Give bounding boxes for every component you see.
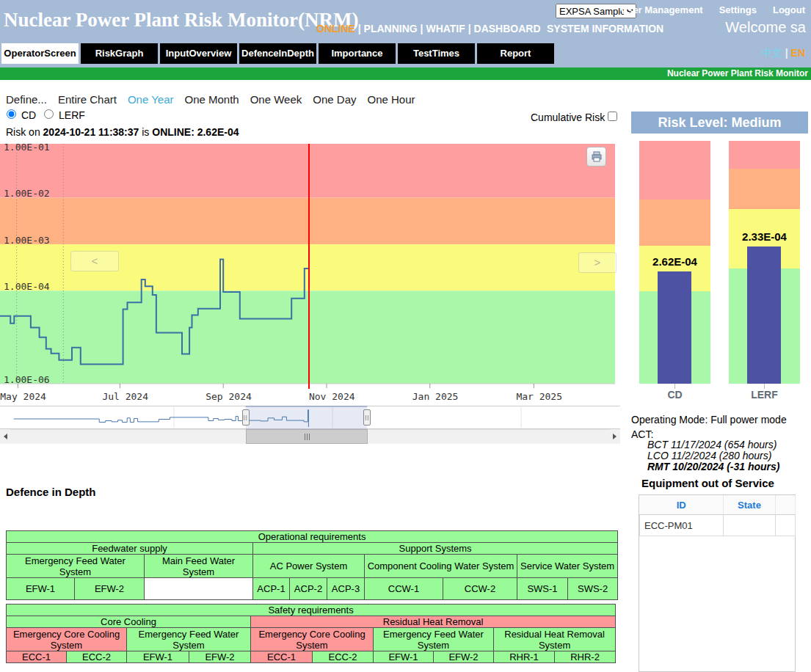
tab-importance[interactable]: Importance [319, 43, 396, 64]
lang-en-link[interactable]: EN [791, 47, 805, 59]
equipment-column-header[interactable]: ID [640, 495, 724, 515]
tab-defenceindepth[interactable]: DefenceInDepth [239, 43, 316, 64]
metric-radio-group: CD LERF [3, 107, 90, 121]
x-tick-label: Mar 2025 [516, 391, 562, 402]
menu-item-planning[interactable]: PLANNING [364, 23, 418, 34]
navigator-selected-range[interactable] [246, 406, 368, 429]
metric-option-cd: CD [3, 109, 36, 121]
did-cell-main-feed-water-system: Main Feed Water System [145, 555, 253, 578]
risk-caption-datetime: 2024-10-21 11:38:37 [43, 126, 139, 138]
did-cell-emergency-core-cooling-system: Emergency Core Cooling System [251, 628, 374, 651]
risk-level-banner: Risk Level: Medium [631, 112, 808, 134]
cumulative-risk-control: Cumulative Risk [531, 109, 619, 123]
did-cell-efw-1: EFW-1 [374, 651, 434, 663]
act-item: BCT 11/17/2024 (654 hours) [647, 439, 780, 450]
print-chart-button[interactable] [586, 147, 606, 167]
scrollbar-left-arrow[interactable] [0, 429, 10, 444]
tab-inputoverview[interactable]: InputOverview [160, 43, 237, 64]
lang-zh-link[interactable]: 中文 [762, 47, 782, 59]
operational-requirements-table: Operational requirementsFeedwater supply… [6, 530, 618, 600]
welcome-user-label: Welcome sa [725, 19, 806, 36]
did-row: Operational requirements [7, 531, 618, 543]
top-link-user-management[interactable]: User Management [621, 4, 703, 15]
act-item: LCO 11/2/2024 (280 hours) [647, 450, 780, 461]
chart-scroll-left-button[interactable]: < [70, 251, 119, 271]
gauge-bar-lerf [747, 246, 781, 384]
range-link-one-year[interactable]: One Year [128, 93, 174, 106]
chart-scroll-right-button[interactable]: > [578, 252, 617, 273]
risk-caption-prefix: Risk on [6, 126, 43, 138]
x-tick-label: May 2024 [0, 391, 46, 402]
language-switch: 中文 | EN [762, 47, 805, 60]
did-cell-emergency-feed-water-system: Emergency Feed Water System [127, 628, 251, 651]
operator-screen-page: Nuclear Power Plant Risk Monitor(NRM) EX… [0, 0, 811, 672]
chart-navigator[interactable] [0, 406, 620, 429]
did-cell-ac-power-system: AC Power System [253, 555, 365, 578]
equipment-cell [776, 515, 796, 536]
scrollbar-right-arrow[interactable] [610, 429, 620, 444]
tab-report[interactable]: Report [477, 43, 554, 64]
did-cell-safety-requirements: Safety requirements [7, 605, 616, 616]
y-tick-label: 1.00E-06 [4, 374, 50, 385]
menu-separator: | [418, 23, 426, 34]
did-cell-ecc-1: ECC-1 [7, 651, 67, 663]
equipment-column-header[interactable]: State [724, 495, 776, 515]
did-cell-ecc-2: ECC-2 [313, 651, 374, 663]
gauge-label-cd: CD [639, 389, 710, 401]
risk-caption: Risk on 2024-10-21 11:38:37 is ONLINE: 2… [6, 126, 239, 138]
did-cell-acp-2: ACP-2 [290, 578, 327, 600]
did-cell-residual-heat-removal: Residual Heat Removal [251, 616, 616, 628]
did-cell-emergency-core-cooling-system: Emergency Core Cooling System [7, 628, 127, 651]
range-link-one-hour[interactable]: One Hour [368, 93, 415, 106]
range-link-one-week[interactable]: One Week [250, 93, 302, 106]
range-link-define[interactable]: Define... [6, 93, 47, 106]
scrollbar-thumb[interactable] [246, 429, 368, 444]
did-row: Safety requirements [7, 605, 616, 616]
lang-separator: | [782, 47, 791, 59]
y-tick-label: 1.00E-03 [4, 235, 50, 246]
defence-in-depth-heading: Defence in Depth [6, 486, 96, 498]
equipment-column-header[interactable] [776, 495, 796, 515]
printer-icon [591, 151, 603, 162]
did-cell-emergency-feed-water-system: Emergency Feed Water System [374, 628, 494, 651]
menu-separator: | [355, 23, 364, 34]
menu-item-dashboard[interactable]: DASHBOARD [474, 23, 541, 34]
x-tick-label: Sep 2024 [206, 391, 252, 402]
tab-operatorscreen[interactable]: OperatorScreen [1, 43, 79, 64]
range-link-one-day[interactable]: One Day [313, 93, 356, 106]
right-triangle-icon [613, 434, 619, 439]
operating-mode-line: Operating Mode: Full power mode [631, 414, 787, 426]
gauge-band [639, 141, 710, 200]
x-tick-label: Jul 2024 [102, 391, 148, 402]
did-cell-ccw-1: CCW-1 [365, 578, 443, 600]
tab-testtimes[interactable]: TestTimes [398, 43, 475, 64]
mode-menu: ONLINE | PLANNING | WHATIF | DASHBOARD [316, 23, 541, 34]
thumb-grip-icon [307, 434, 308, 440]
green-banner: Nuclear Power Plant Risk Monitor [0, 67, 811, 80]
y-tick-label: 1.00E-04 [4, 281, 50, 292]
metric-radio-cd[interactable] [7, 109, 16, 119]
gauge-band [729, 169, 800, 209]
menu-item-whatif[interactable]: WHATIF [426, 23, 465, 34]
equipment-table-container: IDStateECC-PM01 [639, 494, 796, 672]
did-cell-empty [145, 578, 253, 600]
tab-riskgraph[interactable]: RiskGraph [81, 43, 158, 64]
top-link-logout[interactable]: Logout [773, 4, 805, 15]
x-tick-label: Jan 2025 [412, 391, 459, 402]
navigator-right-handle[interactable]: || [363, 409, 371, 426]
menu-item-online[interactable]: ONLINE [316, 23, 355, 34]
metric-radio-lerf[interactable] [44, 109, 54, 119]
range-link-one-month[interactable]: One Month [184, 93, 239, 106]
menu-item-system-information[interactable]: SYSTEM INFORMATION [547, 23, 663, 34]
y-tick-label: 1.00E-01 [4, 142, 50, 153]
did-cell-rhr-1: RHR-1 [494, 651, 555, 663]
did-row: EFW-1EFW-2ACP-1ACP-2ACP-3CCW-1CCW-2SWS-1… [7, 578, 618, 600]
did-cell-ecc-1: ECC-1 [251, 651, 313, 663]
navigator-left-handle[interactable]: || [242, 409, 250, 426]
cumulative-risk-checkbox[interactable] [608, 112, 617, 121]
top-link-settings[interactable]: Settings [719, 4, 757, 15]
range-link-entire-chart[interactable]: Entire Chart [58, 93, 117, 106]
act-items: BCT 11/17/2024 (654 hours)LCO 11/2/2024 … [647, 439, 780, 472]
act-item: RMT 10/20/2024 (-31 hours) [647, 461, 780, 472]
did-cell-operational-requirements: Operational requirements [7, 531, 618, 543]
